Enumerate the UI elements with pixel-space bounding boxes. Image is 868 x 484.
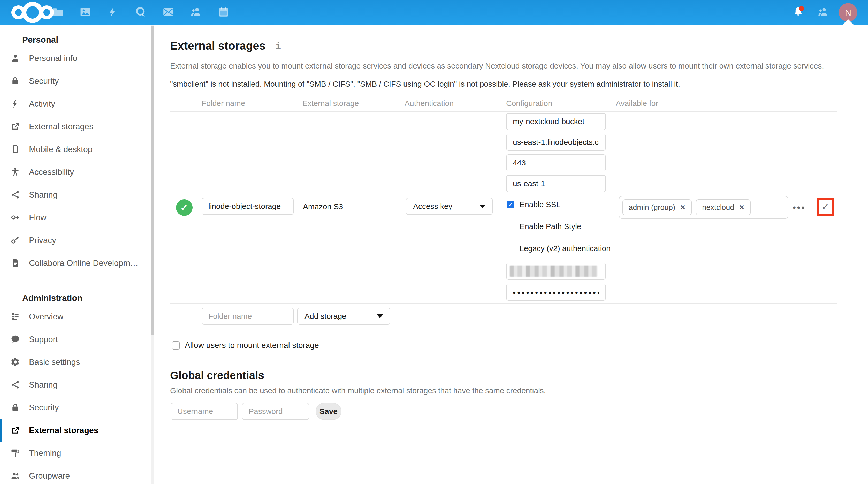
lock-icon xyxy=(10,402,20,413)
settings-sidebar: Personal Personal info Security Activity… xyxy=(0,25,154,484)
checkbox-unchecked[interactable] xyxy=(507,245,515,252)
chevron-down-icon xyxy=(479,205,486,208)
sidebar-item-sharing-personal[interactable]: Sharing xyxy=(0,183,154,206)
region-input[interactable] xyxy=(506,175,606,192)
port-input[interactable] xyxy=(506,154,606,172)
sidebar-item-sharing-admin[interactable]: Sharing xyxy=(0,373,154,396)
lightning-icon xyxy=(10,99,20,109)
external-storage-type: Amazon S3 xyxy=(303,202,343,211)
available-for-field[interactable]: admin (group)✕ nextcloud✕ xyxy=(619,196,788,219)
info-icon[interactable]: i xyxy=(275,40,281,51)
folder-icon xyxy=(52,6,64,19)
sidebar-item-groupware[interactable]: Groupware xyxy=(0,464,154,484)
external-link-icon xyxy=(10,425,20,435)
notifications-button[interactable] xyxy=(792,6,804,18)
speech-bubble-icon xyxy=(10,334,20,344)
contacts-app-button[interactable] xyxy=(190,6,202,18)
page-description: External storage enables you to mount ex… xyxy=(170,62,824,70)
global-username-input[interactable] xyxy=(170,403,238,420)
contacts-menu-button[interactable] xyxy=(817,6,829,18)
paint-roller-icon xyxy=(10,448,20,458)
ellipsis-menu-button[interactable]: ••• xyxy=(789,198,809,217)
calendar-app-button[interactable] xyxy=(218,6,229,18)
calendar-icon xyxy=(218,6,229,19)
legacy-auth-checkbox-row[interactable]: Legacy (v2) authentication xyxy=(507,244,611,253)
sidebar-item-basic-settings[interactable]: Basic settings xyxy=(0,351,154,373)
accessibility-icon xyxy=(10,167,20,177)
talk-bubble-icon xyxy=(135,6,147,19)
sidebar-item-privacy[interactable]: Privacy xyxy=(0,229,154,251)
new-folder-name-input[interactable] xyxy=(202,308,293,325)
access-key-input-redacted[interactable] xyxy=(506,263,606,280)
column-header-external-storage: External storage xyxy=(303,99,359,108)
page-title: External storages i xyxy=(170,39,281,52)
folder-name-input[interactable] xyxy=(202,198,293,215)
group-icon xyxy=(10,471,20,481)
available-for-chip: admin (group)✕ xyxy=(622,199,692,215)
overview-icon xyxy=(10,311,20,321)
sidebar-item-security-personal[interactable]: Security xyxy=(0,69,154,92)
sidebar-item-support[interactable]: Support xyxy=(0,328,154,351)
people-icon xyxy=(817,6,829,19)
chevron-down-icon xyxy=(377,314,383,318)
checkmark-icon: ✓ xyxy=(821,201,830,213)
sidebar-heading-administration: Administration xyxy=(0,291,154,305)
sidebar-heading-personal: Personal xyxy=(0,33,154,47)
active-menu-indicator xyxy=(842,19,854,25)
hostname-input[interactable] xyxy=(506,134,606,151)
activity-app-button[interactable] xyxy=(107,6,119,18)
mail-app-button[interactable] xyxy=(162,6,174,18)
checkbox-checked-icon[interactable]: ✓ xyxy=(507,201,515,208)
sidebar-item-mobile-desktop[interactable]: Mobile & desktop xyxy=(0,138,154,160)
sidebar-item-flow[interactable]: Flow xyxy=(0,206,154,229)
notification-dot xyxy=(799,6,804,11)
sidebar-item-security-admin[interactable]: Security xyxy=(0,396,154,419)
enable-ssl-checkbox-row[interactable]: ✓ Enable SSL xyxy=(507,200,560,209)
flow-icon xyxy=(10,213,20,222)
sidebar-scrollbar-thumb[interactable] xyxy=(151,26,154,335)
talk-app-button[interactable] xyxy=(135,6,147,18)
lock-icon xyxy=(10,76,20,86)
sidebar-item-external-storages-admin[interactable]: External storages xyxy=(0,419,154,442)
authentication-select[interactable]: Access key xyxy=(406,198,493,215)
external-storages-panel: External storages i External storage ena… xyxy=(155,25,868,484)
sidebar-item-theming[interactable]: Theming xyxy=(0,442,154,464)
sidebar-item-activity[interactable]: Activity xyxy=(0,92,154,115)
column-header-available-for: Available for xyxy=(616,99,658,108)
nextcloud-logo[interactable] xyxy=(11,0,54,25)
external-link-icon xyxy=(10,122,20,131)
gear-icon xyxy=(10,357,20,367)
section-divider xyxy=(170,365,837,365)
checkbox-unchecked[interactable] xyxy=(172,341,180,350)
sidebar-item-overview[interactable]: Overview xyxy=(0,305,154,328)
available-for-chip: nextcloud✕ xyxy=(696,199,751,215)
global-password-input[interactable] xyxy=(242,403,309,420)
sidebar-item-accessibility[interactable]: Accessibility xyxy=(0,160,154,183)
storage-status-ok-icon: ✓ xyxy=(176,199,193,216)
column-header-authentication: Authentication xyxy=(405,99,454,108)
bucket-input[interactable] xyxy=(506,113,606,130)
phone-icon xyxy=(10,144,20,154)
table-header-divider xyxy=(170,111,837,112)
sidebar-item-collabora[interactable]: Collabora Online Development Edit… xyxy=(0,251,154,274)
nextcloud-settings-screen: N Personal Personal info Security Activi… xyxy=(0,0,868,484)
global-credentials-description: Global credentials can be used to authen… xyxy=(170,386,546,395)
secret-key-input[interactable] xyxy=(506,284,606,301)
table-row-divider xyxy=(170,303,837,304)
allow-users-checkbox-row[interactable]: Allow users to mount external storage xyxy=(172,341,319,350)
photos-icon xyxy=(80,6,91,19)
photos-app-button[interactable] xyxy=(80,6,91,18)
key-icon xyxy=(10,235,20,245)
save-button[interactable]: Save xyxy=(316,403,341,420)
add-storage-select[interactable]: Add storage xyxy=(297,308,390,325)
smbclient-warning: "smbclient" is not installed. Mounting o… xyxy=(170,80,680,88)
sidebar-item-external-storages-personal[interactable]: External storages xyxy=(0,115,154,138)
share-icon xyxy=(10,380,20,390)
enable-path-style-checkbox-row[interactable]: Enable Path Style xyxy=(507,222,581,231)
sidebar-item-personal-info[interactable]: Personal info xyxy=(0,47,154,69)
remove-chip-icon[interactable]: ✕ xyxy=(680,204,686,211)
checkbox-unchecked[interactable] xyxy=(507,222,515,230)
remove-chip-icon[interactable]: ✕ xyxy=(739,204,744,211)
files-app-button[interactable] xyxy=(52,6,64,18)
confirm-storage-button-highlighted[interactable]: ✓ xyxy=(817,198,834,216)
